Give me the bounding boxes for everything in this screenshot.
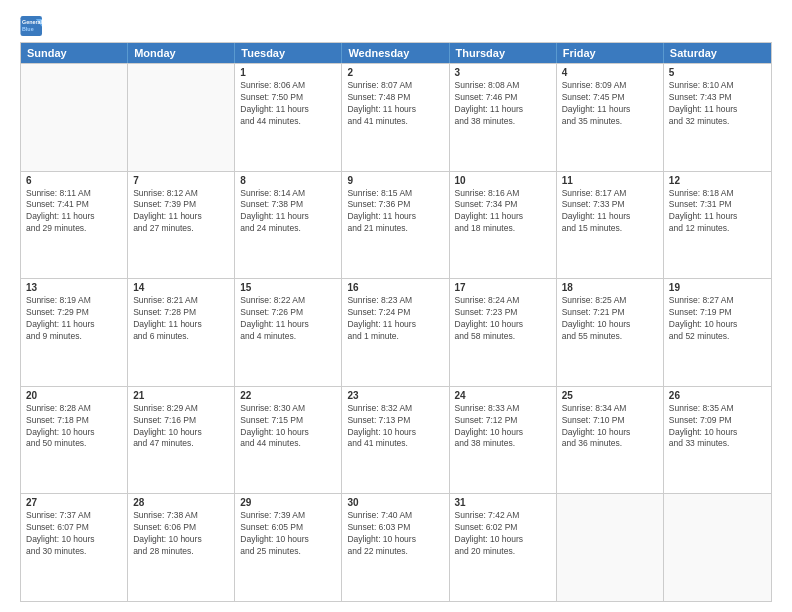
day-number: 2 <box>347 67 443 78</box>
cell-info: Sunrise: 8:33 AM <box>455 403 551 415</box>
cell-info: Sunset: 7:38 PM <box>240 199 336 211</box>
cell-daylight: Daylight: 10 hours <box>669 427 766 439</box>
day-cell-17: 17Sunrise: 8:24 AMSunset: 7:23 PMDayligh… <box>450 279 557 386</box>
day-cell-7: 7Sunrise: 8:12 AMSunset: 7:39 PMDaylight… <box>128 172 235 279</box>
cell-info: Sunset: 7:46 PM <box>455 92 551 104</box>
empty-cell <box>664 494 771 601</box>
cell-info: Sunrise: 8:21 AM <box>133 295 229 307</box>
cell-daylight: and 55 minutes. <box>562 331 658 343</box>
day-cell-13: 13Sunrise: 8:19 AMSunset: 7:29 PMDayligh… <box>21 279 128 386</box>
cell-info: Sunset: 7:18 PM <box>26 415 122 427</box>
empty-cell <box>557 494 664 601</box>
day-cell-11: 11Sunrise: 8:17 AMSunset: 7:33 PMDayligh… <box>557 172 664 279</box>
day-number: 4 <box>562 67 658 78</box>
cell-daylight: and 41 minutes. <box>347 116 443 128</box>
day-cell-8: 8Sunrise: 8:14 AMSunset: 7:38 PMDaylight… <box>235 172 342 279</box>
day-cell-28: 28Sunrise: 7:38 AMSunset: 6:06 PMDayligh… <box>128 494 235 601</box>
cell-info: Sunset: 7:19 PM <box>669 307 766 319</box>
cell-info: Sunset: 7:36 PM <box>347 199 443 211</box>
day-number: 6 <box>26 175 122 186</box>
day-number: 26 <box>669 390 766 401</box>
day-number: 8 <box>240 175 336 186</box>
day-number: 1 <box>240 67 336 78</box>
cell-daylight: and 28 minutes. <box>133 546 229 558</box>
cell-info: Sunrise: 8:08 AM <box>455 80 551 92</box>
cell-info: Sunset: 6:03 PM <box>347 522 443 534</box>
cell-info: Sunrise: 7:39 AM <box>240 510 336 522</box>
cell-daylight: Daylight: 11 hours <box>240 319 336 331</box>
day-number: 21 <box>133 390 229 401</box>
day-cell-9: 9Sunrise: 8:15 AMSunset: 7:36 PMDaylight… <box>342 172 449 279</box>
cell-daylight: and 20 minutes. <box>455 546 551 558</box>
calendar-row-3: 13Sunrise: 8:19 AMSunset: 7:29 PMDayligh… <box>21 278 771 386</box>
cell-daylight: and 44 minutes. <box>240 116 336 128</box>
cell-info: Sunrise: 8:22 AM <box>240 295 336 307</box>
logo-icon: General Blue <box>20 16 44 36</box>
calendar: SundayMondayTuesdayWednesdayThursdayFrid… <box>20 42 772 602</box>
cell-daylight: Daylight: 10 hours <box>133 534 229 546</box>
day-cell-18: 18Sunrise: 8:25 AMSunset: 7:21 PMDayligh… <box>557 279 664 386</box>
day-number: 31 <box>455 497 551 508</box>
cell-daylight: and 33 minutes. <box>669 438 766 450</box>
day-header-wednesday: Wednesday <box>342 43 449 63</box>
day-cell-12: 12Sunrise: 8:18 AMSunset: 7:31 PMDayligh… <box>664 172 771 279</box>
day-header-friday: Friday <box>557 43 664 63</box>
day-cell-16: 16Sunrise: 8:23 AMSunset: 7:24 PMDayligh… <box>342 279 449 386</box>
day-cell-25: 25Sunrise: 8:34 AMSunset: 7:10 PMDayligh… <box>557 387 664 494</box>
cell-info: Sunrise: 8:17 AM <box>562 188 658 200</box>
cell-daylight: Daylight: 11 hours <box>133 319 229 331</box>
day-number: 24 <box>455 390 551 401</box>
cell-info: Sunset: 6:02 PM <box>455 522 551 534</box>
cell-daylight: Daylight: 10 hours <box>455 534 551 546</box>
calendar-row-4: 20Sunrise: 8:28 AMSunset: 7:18 PMDayligh… <box>21 386 771 494</box>
cell-info: Sunset: 7:13 PM <box>347 415 443 427</box>
cell-info: Sunset: 7:28 PM <box>133 307 229 319</box>
empty-cell <box>128 64 235 171</box>
cell-info: Sunrise: 8:28 AM <box>26 403 122 415</box>
day-header-monday: Monday <box>128 43 235 63</box>
day-cell-4: 4Sunrise: 8:09 AMSunset: 7:45 PMDaylight… <box>557 64 664 171</box>
cell-daylight: and 15 minutes. <box>562 223 658 235</box>
svg-text:Blue: Blue <box>22 26 34 32</box>
cell-daylight: Daylight: 10 hours <box>26 534 122 546</box>
cell-info: Sunset: 7:41 PM <box>26 199 122 211</box>
cell-daylight: and 44 minutes. <box>240 438 336 450</box>
cell-info: Sunset: 7:12 PM <box>455 415 551 427</box>
day-number: 20 <box>26 390 122 401</box>
day-cell-31: 31Sunrise: 7:42 AMSunset: 6:02 PMDayligh… <box>450 494 557 601</box>
day-number: 22 <box>240 390 336 401</box>
cell-daylight: Daylight: 11 hours <box>669 104 766 116</box>
cell-info: Sunrise: 8:07 AM <box>347 80 443 92</box>
cell-daylight: and 50 minutes. <box>26 438 122 450</box>
cell-info: Sunset: 7:48 PM <box>347 92 443 104</box>
cell-info: Sunset: 7:33 PM <box>562 199 658 211</box>
day-cell-15: 15Sunrise: 8:22 AMSunset: 7:26 PMDayligh… <box>235 279 342 386</box>
cell-daylight: and 9 minutes. <box>26 331 122 343</box>
cell-daylight: and 52 minutes. <box>669 331 766 343</box>
cell-daylight: and 29 minutes. <box>26 223 122 235</box>
cell-info: Sunrise: 8:30 AM <box>240 403 336 415</box>
cell-daylight: Daylight: 10 hours <box>562 427 658 439</box>
day-cell-2: 2Sunrise: 8:07 AMSunset: 7:48 PMDaylight… <box>342 64 449 171</box>
cell-daylight: Daylight: 10 hours <box>347 534 443 546</box>
day-cell-22: 22Sunrise: 8:30 AMSunset: 7:15 PMDayligh… <box>235 387 342 494</box>
day-number: 29 <box>240 497 336 508</box>
calendar-body: 1Sunrise: 8:06 AMSunset: 7:50 PMDaylight… <box>21 63 771 601</box>
cell-daylight: Daylight: 11 hours <box>347 319 443 331</box>
cell-info: Sunset: 7:29 PM <box>26 307 122 319</box>
cell-daylight: Daylight: 10 hours <box>455 319 551 331</box>
cell-info: Sunset: 6:07 PM <box>26 522 122 534</box>
day-cell-29: 29Sunrise: 7:39 AMSunset: 6:05 PMDayligh… <box>235 494 342 601</box>
cell-info: Sunset: 7:21 PM <box>562 307 658 319</box>
logo: General Blue <box>20 16 44 36</box>
cell-daylight: Daylight: 10 hours <box>669 319 766 331</box>
day-cell-26: 26Sunrise: 8:35 AMSunset: 7:09 PMDayligh… <box>664 387 771 494</box>
day-number: 15 <box>240 282 336 293</box>
cell-daylight: and 27 minutes. <box>133 223 229 235</box>
empty-cell <box>21 64 128 171</box>
cell-daylight: Daylight: 11 hours <box>455 211 551 223</box>
svg-text:General: General <box>22 19 43 25</box>
cell-daylight: Daylight: 11 hours <box>562 104 658 116</box>
cell-info: Sunrise: 8:09 AM <box>562 80 658 92</box>
cell-info: Sunrise: 8:06 AM <box>240 80 336 92</box>
